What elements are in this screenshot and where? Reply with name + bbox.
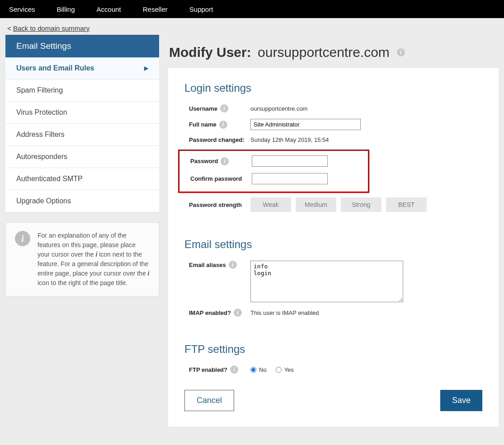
info-icon[interactable]: i bbox=[234, 309, 242, 317]
strength-best: BEST bbox=[386, 197, 427, 212]
email-aliases-label: Email aliases i bbox=[189, 261, 250, 269]
sidebar-item-label: Users and Email Rules bbox=[16, 64, 94, 72]
nav-support[interactable]: Support bbox=[189, 5, 213, 13]
info-icon[interactable]: i bbox=[397, 48, 405, 56]
imap-enabled-value: This user is IMAP enabled bbox=[250, 309, 319, 316]
breadcrumb: < Back to domain summary bbox=[0, 18, 504, 35]
main-content: Modify User: oursupportcentre.com i Logi… bbox=[168, 35, 499, 426]
sidebar-item-label: Spam Filtering bbox=[16, 86, 63, 94]
nav-account[interactable]: Account bbox=[97, 5, 121, 13]
email-aliases-input[interactable] bbox=[250, 261, 403, 302]
top-nav: Services Billing Account Reseller Suppor… bbox=[0, 0, 504, 18]
section-ftp-title: FTP settings bbox=[184, 343, 482, 356]
username-label: Username i bbox=[189, 104, 250, 112]
nav-reseller[interactable]: Reseller bbox=[143, 5, 168, 13]
ftp-no-label: No bbox=[259, 366, 267, 373]
strength-medium: Medium bbox=[296, 197, 336, 212]
password-changed-label: Password changed: bbox=[189, 136, 250, 143]
sidebar-item-label: Virus Protection bbox=[16, 108, 67, 117]
nav-billing[interactable]: Billing bbox=[57, 5, 75, 13]
password-fields-highlight: Password i Confirm password bbox=[178, 150, 369, 193]
sidebar-item-label: Autoresponders bbox=[16, 153, 67, 161]
info-icon[interactable]: i bbox=[219, 121, 227, 129]
ftp-no-radio[interactable] bbox=[250, 367, 256, 373]
page-title: Modify User: oursupportcentre.com i bbox=[169, 45, 499, 60]
full-name-input[interactable] bbox=[250, 119, 361, 130]
sidebar-item-upgrade-options[interactable]: Upgrade Options bbox=[5, 190, 159, 212]
ftp-yes-radio[interactable] bbox=[276, 367, 282, 373]
imap-enabled-label: IMAP enabled? i bbox=[189, 309, 250, 317]
info-icon[interactable]: i bbox=[221, 157, 229, 165]
strength-strong: Strong bbox=[341, 197, 382, 212]
ftp-enabled-label: FTP enabled? i bbox=[189, 365, 250, 374]
info-icon[interactable]: i bbox=[230, 365, 238, 374]
sidebar-item-autoresponders[interactable]: Autoresponders bbox=[5, 146, 159, 168]
sidebar-item-label: Upgrade Options bbox=[16, 197, 71, 205]
strength-weak: Weak bbox=[250, 197, 291, 212]
back-prefix: < bbox=[7, 24, 13, 32]
info-icon[interactable]: i bbox=[229, 261, 237, 269]
form-panel: Login settings Username i oursupportcent… bbox=[168, 68, 499, 426]
cancel-button[interactable]: Cancel bbox=[184, 390, 234, 411]
save-button[interactable]: Save bbox=[440, 390, 482, 411]
password-strength-meter: Weak Medium Strong BEST bbox=[250, 197, 427, 212]
sidebar-item-spam-filtering[interactable]: Spam Filtering bbox=[5, 80, 159, 102]
section-login-title: Login settings bbox=[184, 82, 482, 94]
section-email-title: Email settings bbox=[184, 238, 482, 251]
info-help-box: i For an explanation of any of the featu… bbox=[5, 222, 159, 296]
nav-services[interactable]: Services bbox=[9, 5, 35, 13]
password-input[interactable] bbox=[252, 155, 328, 167]
sidebar-item-authenticated-smtp[interactable]: Authenticated SMTP bbox=[5, 168, 159, 190]
info-icon: i bbox=[15, 231, 30, 246]
sidebar-item-users-email-rules[interactable]: Users and Email Rules ▶ bbox=[5, 57, 159, 80]
sidebar-item-address-filters[interactable]: Address Filters bbox=[5, 124, 159, 146]
sidebar-item-label: Address Filters bbox=[16, 131, 65, 139]
confirm-password-label: Confirm password bbox=[190, 175, 252, 182]
confirm-password-input[interactable] bbox=[252, 173, 328, 184]
back-to-domain-summary-link[interactable]: Back to domain summary bbox=[13, 24, 89, 32]
password-changed-value: Sunday 12th May 2019, 15:54 bbox=[250, 136, 329, 143]
password-label: Password i bbox=[190, 157, 252, 165]
info-icon[interactable]: i bbox=[220, 104, 228, 112]
sidebar: Email Settings Users and Email Rules ▶ S… bbox=[5, 35, 159, 296]
sidebar-item-virus-protection[interactable]: Virus Protection bbox=[5, 102, 159, 124]
full-name-label: Full name i bbox=[189, 121, 250, 129]
info-help-text: For an explanation of any of the feature… bbox=[38, 231, 150, 288]
password-strength-label: Password strength bbox=[189, 201, 250, 208]
sidebar-item-label: Authenticated SMTP bbox=[16, 175, 83, 183]
chevron-right-icon: ▶ bbox=[144, 65, 148, 71]
ftp-yes-label: Yes bbox=[284, 366, 294, 373]
sidebar-header: Email Settings bbox=[5, 35, 159, 57]
username-value: oursupportcentre.com bbox=[250, 105, 307, 112]
